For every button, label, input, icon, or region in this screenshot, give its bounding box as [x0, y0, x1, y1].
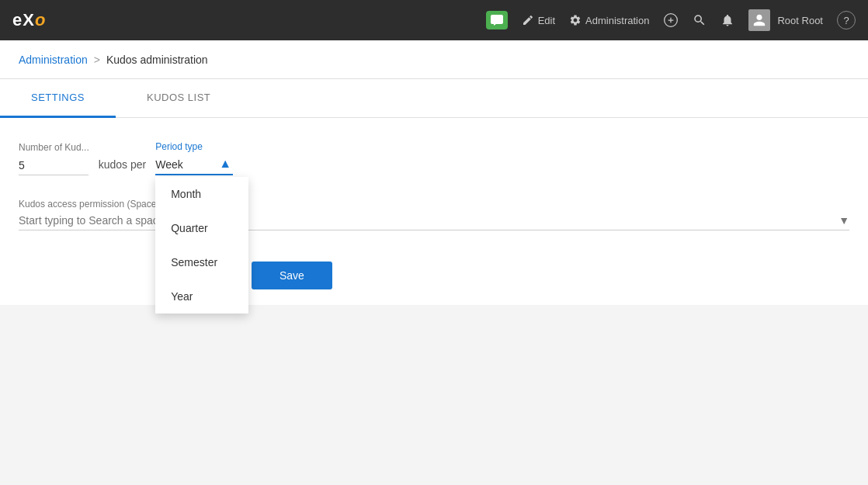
period-type-input[interactable]: [155, 155, 233, 175]
save-row: Save: [19, 262, 849, 289]
top-navigation: eXo Edit Administration Root R: [0, 0, 868, 40]
tab-bar: SETTINGS KUDOS LIST: [0, 79, 868, 118]
avatar: [748, 9, 770, 31]
breadcrumb-current: Kudos administration: [106, 54, 208, 66]
period-option-month[interactable]: Month: [155, 177, 248, 211]
breadcrumb-home[interactable]: Administration: [19, 54, 88, 66]
admin-label: Administration: [585, 15, 649, 26]
kudos-count-field: Number of Kud...: [19, 142, 89, 175]
period-option-quarter[interactable]: Quarter: [155, 211, 248, 245]
search-icon[interactable]: [693, 13, 707, 27]
edit-nav-item[interactable]: Edit: [522, 14, 555, 26]
chat-icon[interactable]: [486, 11, 508, 29]
tab-kudos-list[interactable]: KUDOS LIST: [116, 79, 241, 118]
tab-settings[interactable]: SETTINGS: [0, 79, 116, 118]
save-button[interactable]: Save: [252, 262, 332, 289]
kudos-count-label: Number of Kud...: [19, 142, 89, 153]
permission-dropdown-arrow[interactable]: ▼: [838, 214, 849, 227]
help-icon[interactable]: ?: [837, 11, 856, 29]
main-content: SETTINGS KUDOS LIST Number of Kud... kud…: [0, 79, 868, 485]
app-logo[interactable]: eXo: [12, 10, 46, 30]
permission-label: Kudos access permission (Spaces onl...: [19, 199, 849, 210]
permission-section: Kudos access permission (Spaces onl... ▼: [19, 199, 849, 230]
gray-area: [0, 305, 868, 460]
period-type-field: Period type ▲ Month Quarter Semester Yea…: [155, 141, 233, 175]
kudos-settings-row: Number of Kud... kudos per Period type ▲…: [19, 141, 849, 175]
breadcrumb: Administration > Kudos administration: [0, 40, 868, 79]
period-option-semester[interactable]: Semester: [155, 245, 248, 279]
period-type-dropdown-menu: Month Quarter Semester Year: [155, 177, 248, 314]
user-menu[interactable]: Root Root: [748, 9, 823, 31]
bell-icon[interactable]: [720, 13, 734, 27]
add-icon[interactable]: [663, 12, 679, 28]
nav-actions: Edit Administration Root Root ?: [486, 9, 856, 31]
username-label: Root Root: [777, 15, 823, 26]
help-label: ?: [843, 15, 849, 26]
content-card: SETTINGS KUDOS LIST Number of Kud... kud…: [0, 79, 868, 305]
edit-label: Edit: [538, 15, 555, 26]
administration-nav-item[interactable]: Administration: [569, 14, 649, 26]
breadcrumb-separator: >: [94, 54, 100, 66]
kudos-count-input[interactable]: [19, 156, 89, 175]
period-option-year[interactable]: Year: [155, 279, 248, 314]
kudos-per-label: kudos per: [99, 158, 146, 175]
settings-section: Number of Kud... kudos per Period type ▲…: [0, 118, 868, 305]
permission-input-row: ▼: [19, 214, 849, 230]
period-type-label: Period type: [155, 141, 233, 152]
permission-search-input[interactable]: [19, 214, 838, 227]
